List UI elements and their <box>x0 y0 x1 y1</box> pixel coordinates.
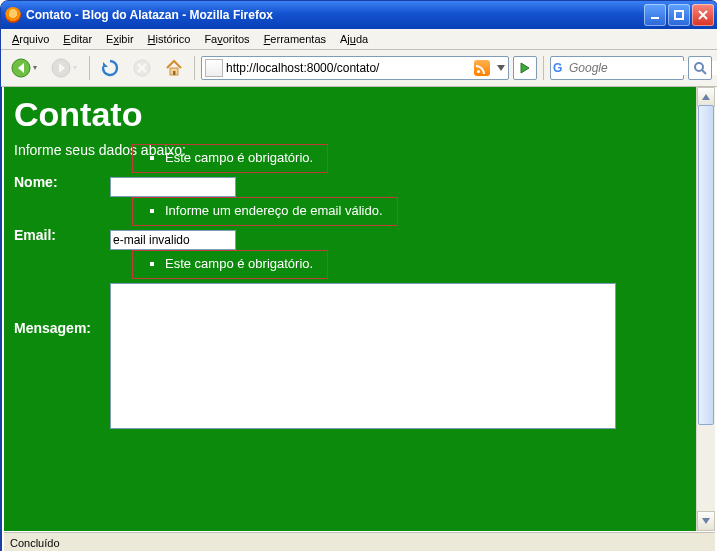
menu-ferramentas[interactable]: Ferramentas <box>257 31 333 47</box>
label-nome: Nome: <box>14 144 110 190</box>
url-dropdown-icon[interactable] <box>494 65 508 71</box>
error-mensagem: Este campo é obrigatório. <box>132 250 328 279</box>
svg-rect-6 <box>173 71 176 75</box>
vertical-scrollbar[interactable] <box>696 87 715 531</box>
row-mensagem: Mensagem: Este campo é obrigatório. <box>14 250 687 431</box>
address-bar[interactable] <box>201 56 509 80</box>
svg-point-8 <box>695 63 703 71</box>
menu-exibir[interactable]: Exibir <box>99 31 141 47</box>
search-box[interactable]: G <box>550 56 684 80</box>
titlebar: Contato - Blog do Alatazan - Mozilla Fir… <box>1 1 717 29</box>
status-text: Concluído <box>10 537 60 549</box>
scroll-up-button[interactable] <box>697 87 715 107</box>
page-viewport: Contato Informe seus dados abaixo: Nome:… <box>4 87 697 531</box>
google-icon[interactable]: G <box>553 60 567 76</box>
label-mensagem: Mensagem: <box>14 250 110 336</box>
input-email[interactable] <box>110 230 236 250</box>
window-title: Contato - Blog do Alatazan - Mozilla Fir… <box>26 8 273 22</box>
nav-toolbar: G <box>1 50 717 87</box>
textarea-mensagem[interactable] <box>110 283 616 429</box>
forward-button[interactable] <box>47 54 83 82</box>
reload-button[interactable] <box>96 54 124 82</box>
home-button[interactable] <box>160 54 188 82</box>
error-nome: Este campo é obrigatório. <box>132 144 328 173</box>
menu-arquivo[interactable]: Arquivo <box>5 31 56 47</box>
stop-button[interactable] <box>128 54 156 82</box>
url-input[interactable] <box>226 61 470 75</box>
svg-rect-0 <box>651 17 659 19</box>
statusbar: Concluído <box>4 532 715 551</box>
error-nome-text: Este campo é obrigatório. <box>165 150 313 165</box>
svg-rect-1 <box>675 11 683 19</box>
close-button[interactable] <box>692 4 714 26</box>
contact-page: Contato Informe seus dados abaixo: Nome:… <box>4 87 697 451</box>
menu-historico[interactable]: Histórico <box>141 31 198 47</box>
scroll-down-button[interactable] <box>697 511 715 531</box>
menu-favoritos[interactable]: Favoritos <box>197 31 256 47</box>
row-nome: Nome: Este campo é obrigatório. <box>14 144 687 197</box>
go-button[interactable] <box>513 56 537 80</box>
scroll-thumb[interactable] <box>698 105 714 425</box>
content-area: Contato Informe seus dados abaixo: Nome:… <box>4 87 715 531</box>
error-email: Informe um endereço de email válido. <box>132 197 398 226</box>
maximize-button[interactable] <box>668 4 690 26</box>
menu-editar[interactable]: Editar <box>56 31 99 47</box>
page-title: Contato <box>14 95 687 134</box>
error-email-text: Informe um endereço de email válido. <box>165 203 383 218</box>
page-icon <box>205 59 223 77</box>
error-mensagem-text: Este campo é obrigatório. <box>165 256 313 271</box>
menubar: Arquivo Editar Exibir Histórico Favorito… <box>1 29 717 50</box>
svg-text:G: G <box>553 61 562 75</box>
row-email: Email: Informe um endereço de email váli… <box>14 197 687 250</box>
search-go-button[interactable] <box>688 56 712 80</box>
scroll-track[interactable] <box>697 105 715 513</box>
minimize-button[interactable] <box>644 4 666 26</box>
svg-line-9 <box>702 70 706 74</box>
input-nome[interactable] <box>110 177 236 197</box>
label-email: Email: <box>14 197 110 243</box>
menu-ajuda[interactable]: Ajuda <box>333 31 375 47</box>
firefox-window: Contato - Blog do Alatazan - Mozilla Fir… <box>0 0 717 551</box>
firefox-icon <box>5 7 21 23</box>
back-button[interactable] <box>7 54 43 82</box>
rss-icon[interactable] <box>474 60 490 76</box>
